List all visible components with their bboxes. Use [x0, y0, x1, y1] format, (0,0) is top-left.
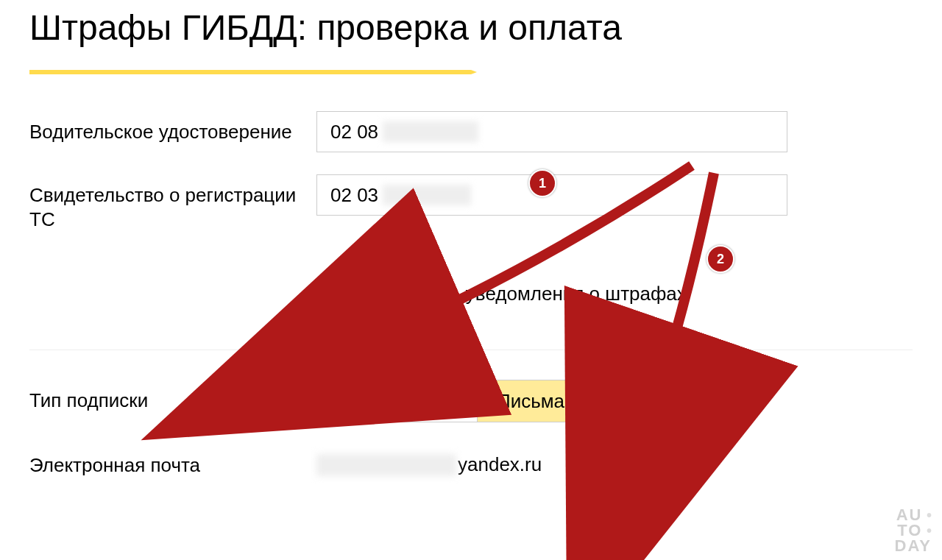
- label-driver-license: Водительское удостоверение: [29, 111, 316, 144]
- row-vehicle-registration: Свидетельство о регистрации ТС 02 03: [29, 174, 913, 231]
- label-subscription-type: Тип подписки: [29, 380, 316, 413]
- row-notifications: ✓ Получать уведомления о штрафах: [346, 283, 913, 305]
- progress-bar: [29, 70, 913, 74]
- input-driver-license[interactable]: 02 08: [316, 111, 787, 152]
- row-driver-license: Водительское удостоверение 02 08: [29, 111, 913, 152]
- label-email: Электронная почта: [29, 444, 316, 478]
- redacted-license: [383, 121, 478, 142]
- input-driver-license-value: 02 08: [330, 121, 378, 143]
- redacted-email: [316, 454, 456, 476]
- toggle-option-letters[interactable]: Письма: [478, 380, 584, 422]
- row-subscription-type: Тип подписки Письма и смс Письма: [29, 380, 913, 422]
- label-vehicle-registration: Свидетельство о регистрации ТС: [29, 174, 316, 231]
- toggle-subscription-type: Письма и смс Письма: [316, 380, 584, 422]
- redacted-registration: [383, 185, 471, 205]
- toggle-option-letters-sms[interactable]: Письма и смс: [317, 380, 478, 422]
- row-email: Электронная почта yandex.ru: [29, 444, 913, 478]
- label-notifications: Получать уведомления о штрафах: [377, 283, 687, 305]
- page-title: Штрафы ГИБДД: проверка и оплата: [29, 7, 913, 48]
- email-domain: yandex.ru: [458, 453, 542, 476]
- input-vehicle-registration[interactable]: 02 03: [316, 174, 787, 216]
- checkbox-notifications[interactable]: ✓: [346, 285, 365, 304]
- value-email: yandex.ru: [316, 444, 913, 476]
- input-vehicle-registration-value: 02 03: [330, 184, 378, 207]
- watermark: AU • TO • DAY: [895, 508, 932, 554]
